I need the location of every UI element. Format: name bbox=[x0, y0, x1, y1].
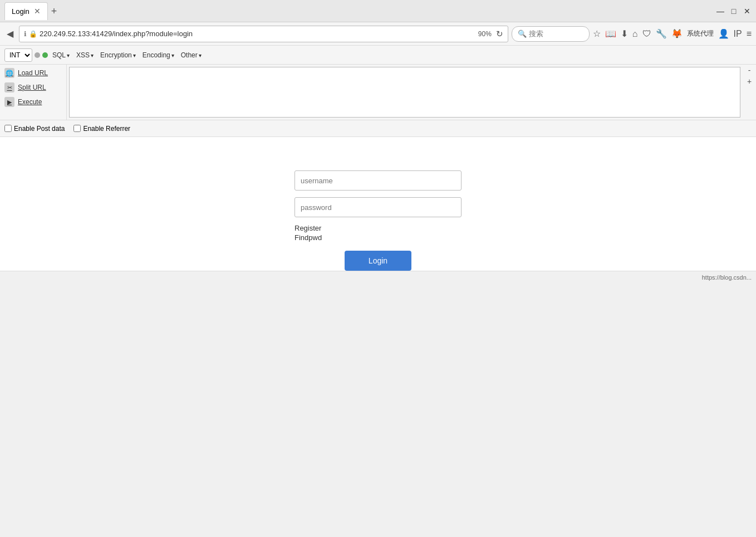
links-column: Register Findpwd bbox=[294, 224, 322, 242]
extensions-icon[interactable]: 🔧 bbox=[656, 28, 667, 39]
encryption-menu-button[interactable]: Encryption bbox=[98, 50, 138, 60]
avatar-icon[interactable]: 👤 bbox=[718, 28, 729, 39]
panel-area: 🌐 Load URL ✂ Split URL ▶ Execute - + bbox=[0, 65, 756, 120]
execute-label: Execute bbox=[18, 98, 42, 106]
main-textarea[interactable] bbox=[69, 67, 740, 118]
address-bar[interactable]: ℹ 🔒 220.249.52.133:41429/index.php?modul… bbox=[19, 26, 508, 42]
post-data-label: Enable Post data bbox=[14, 125, 65, 133]
minus-button[interactable]: - bbox=[748, 66, 751, 75]
checkboxes-row: Enable Post data Enable Referrer bbox=[0, 120, 756, 137]
tab-close-icon[interactable]: ✕ bbox=[34, 7, 41, 16]
fire-icon[interactable]: 🦊 bbox=[671, 28, 683, 39]
back-button[interactable]: ◀ bbox=[4, 26, 16, 41]
password-input[interactable] bbox=[294, 197, 462, 217]
window-controls: — □ ✕ bbox=[716, 7, 752, 16]
reload-button[interactable]: ↻ bbox=[496, 29, 503, 39]
reader-icon[interactable]: 📖 bbox=[605, 28, 616, 39]
url-host: 220.249.52.133 bbox=[40, 30, 90, 38]
int-select[interactable]: INT bbox=[4, 48, 32, 62]
referrer-label: Enable Referrer bbox=[83, 125, 130, 133]
search-box[interactable]: 🔍 bbox=[512, 26, 590, 42]
title-bar: Login ✕ + — □ ✕ bbox=[0, 0, 756, 22]
dot-gray-icon[interactable] bbox=[35, 52, 40, 58]
post-data-checkbox[interactable] bbox=[4, 125, 12, 132]
toolbar: INT SQL XSS Encryption Encoding Other bbox=[0, 46, 756, 65]
minimize-button[interactable]: — bbox=[716, 7, 725, 16]
findpwd-link[interactable]: Findpwd bbox=[294, 233, 322, 242]
status-url: https://blog.csdn... bbox=[702, 274, 752, 281]
search-input[interactable] bbox=[529, 30, 583, 38]
ip-label[interactable]: IP bbox=[734, 29, 742, 39]
shield-icon[interactable]: 🛡 bbox=[642, 29, 651, 39]
split-url-label: Split URL bbox=[18, 84, 46, 91]
encoding-menu-button[interactable]: Encoding bbox=[140, 50, 176, 60]
info-icon: ℹ bbox=[24, 30, 27, 38]
nav-bar: ◀ ℹ 🔒 220.249.52.133:41429/index.php?mod… bbox=[0, 22, 756, 46]
dot-green-icon[interactable] bbox=[42, 52, 48, 58]
referrer-checkbox-label[interactable]: Enable Referrer bbox=[73, 125, 130, 133]
referrer-checkbox[interactable] bbox=[73, 125, 81, 132]
login-form: Register Findpwd Login bbox=[294, 170, 462, 271]
star-icon[interactable]: ☆ bbox=[593, 28, 601, 39]
browser-tab[interactable]: Login ✕ bbox=[4, 2, 48, 20]
xss-menu-button[interactable]: XSS bbox=[74, 50, 96, 60]
load-url-icon: 🌐 bbox=[4, 68, 14, 78]
execute-button[interactable]: ▶ Execute bbox=[4, 96, 62, 108]
download-icon[interactable]: ⬇ bbox=[621, 28, 628, 39]
close-button[interactable]: ✕ bbox=[743, 7, 752, 16]
url-text: 220.249.52.133:41429/index.php?module=lo… bbox=[40, 30, 474, 38]
split-url-button[interactable]: ✂ Split URL bbox=[4, 81, 62, 94]
home-icon[interactable]: ⌂ bbox=[632, 29, 638, 39]
main-content: Register Findpwd Login bbox=[0, 137, 756, 271]
execute-icon: ▶ bbox=[4, 97, 14, 107]
menu-icon[interactable]: ≡ bbox=[747, 29, 752, 39]
new-tab-button[interactable]: + bbox=[51, 6, 57, 16]
nav-icons: ☆ 📖 ⬇ ⌂ 🛡 🔧 🦊 系统代理 👤 IP ≡ bbox=[593, 28, 752, 39]
side-controls: - + bbox=[743, 65, 756, 120]
security-icon: 🔒 bbox=[29, 30, 37, 38]
login-button[interactable]: Login bbox=[345, 251, 411, 271]
other-menu-button[interactable]: Other bbox=[179, 50, 204, 60]
register-link[interactable]: Register bbox=[294, 224, 322, 232]
zoom-level: 90% bbox=[478, 30, 492, 38]
load-url-button[interactable]: 🌐 Load URL bbox=[4, 67, 62, 79]
sql-menu-button[interactable]: SQL bbox=[50, 50, 72, 60]
maximize-button[interactable]: □ bbox=[729, 7, 738, 16]
search-icon: 🔍 bbox=[518, 30, 527, 38]
status-bar: https://blog.csdn... bbox=[0, 271, 756, 283]
load-url-label: Load URL bbox=[18, 69, 48, 77]
post-data-checkbox-label[interactable]: Enable Post data bbox=[4, 125, 65, 133]
side-panel: 🌐 Load URL ✂ Split URL ▶ Execute bbox=[0, 65, 67, 120]
url-path: :41429/index.php?module=login bbox=[90, 30, 193, 38]
sys-proxy-label[interactable]: 系统代理 bbox=[687, 29, 714, 38]
textarea-wrap bbox=[67, 65, 743, 120]
username-input[interactable] bbox=[294, 170, 462, 191]
plus-button[interactable]: + bbox=[747, 77, 752, 86]
split-url-icon: ✂ bbox=[4, 82, 14, 92]
tab-title: Login bbox=[12, 7, 30, 16]
